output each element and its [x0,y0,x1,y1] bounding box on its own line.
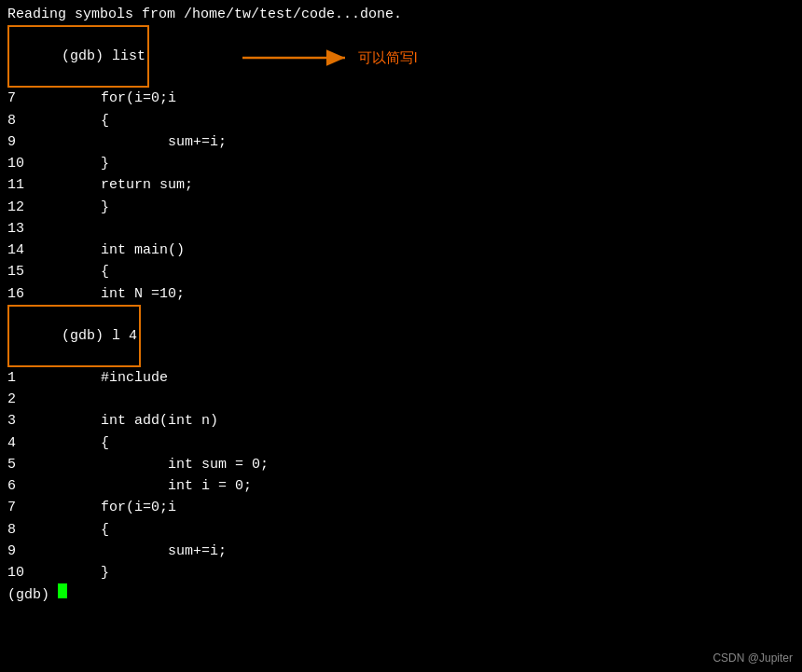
second-code-block: 1 #include23 int add(int n)4 {5 int sum … [7,367,795,584]
table-row: 14 int main() [7,240,795,261]
line-number: 14 [7,240,34,261]
line-number: 7 [7,88,34,109]
code-content: } [34,153,109,174]
annotation-text: 可以简写l [358,49,417,67]
line-number: 9 [7,541,34,562]
code-content: for(i=0;i [34,497,176,518]
code-content: { [34,519,109,541]
code-content: int main() [34,240,185,261]
line-number: 15 [7,261,34,282]
table-row: 8 { [7,519,795,541]
top-line: Reading symbols from /home/tw/test/code.… [7,4,795,25]
line-number: 10 [7,562,34,583]
table-row: 5 int sum = 0; [7,454,795,475]
prompt1-box: (gdb) list [7,25,149,88]
code-content: int add(int n) [34,410,218,432]
code-content: sum+=i; [34,131,227,153]
cursor [58,583,67,598]
line-number: 3 [7,410,34,432]
code-content: { [34,432,109,454]
table-row: 9 sum+=i; [7,541,795,562]
line-number: 13 [7,218,34,240]
watermark: CSDN @Jupiter [712,651,793,665]
table-row: 15 { [7,261,795,282]
table-row: 10 } [7,153,795,174]
table-row: 2 [7,389,795,410]
prompt2-line: (gdb) l 4 [7,305,795,367]
line-number: 8 [7,110,34,131]
table-row: 3 int add(int n) [7,410,795,432]
code-content: int sum = 0; [34,454,269,475]
prompt1-text: (gdb) list [62,48,145,64]
line-number: 8 [7,519,34,541]
code-content: { [34,261,109,282]
line-number: 9 [7,131,34,153]
prompt3-line: (gdb) [7,583,795,606]
line-number: 12 [7,197,34,218]
prompt2-text: (gdb) l 4 [62,328,137,344]
table-row: 13 [7,218,795,240]
terminal: Reading symbols from /home/tw/test/code.… [0,0,802,672]
table-row: 12 } [7,197,795,218]
line-number: 1 [7,367,34,389]
table-row: 7 for(i=0;i [7,88,795,109]
line-number: 5 [7,454,34,475]
code-content: } [34,197,109,218]
code-content: sum+=i; [34,541,227,562]
code-content: for(i=0;i [34,88,176,109]
table-row: 16 int N =10; [7,283,795,305]
prompt2-box: (gdb) l 4 [7,305,141,367]
table-row: 8 { [7,110,795,131]
code-content: int i = 0; [34,475,252,497]
prompt3-text: (gdb) [7,584,58,606]
first-code-block: 7 for(i=0;i8 {9 sum+=i;10 }11 return sum… [7,88,795,305]
arrow-icon [242,45,354,71]
table-row: 11 return sum; [7,174,795,196]
arrow-annotation: 可以简写l [242,45,417,71]
line-number: 10 [7,153,34,174]
line-number: 6 [7,475,34,497]
code-content: #include [34,367,168,389]
table-row: 7 for(i=0;i [7,497,795,518]
line-number: 4 [7,432,34,454]
line-number: 16 [7,283,34,305]
table-row: 6 int i = 0; [7,475,795,497]
table-row: 1 #include [7,367,795,389]
code-content: { [34,110,109,131]
code-content: return sum; [34,174,193,196]
table-row: 4 { [7,432,795,454]
line-number: 7 [7,497,34,518]
code-content: } [34,562,109,583]
table-row: 10 } [7,562,795,583]
line-number: 2 [7,389,34,410]
code-content: int N =10; [34,283,185,305]
line-number: 11 [7,174,34,196]
table-row: 9 sum+=i; [7,131,795,153]
